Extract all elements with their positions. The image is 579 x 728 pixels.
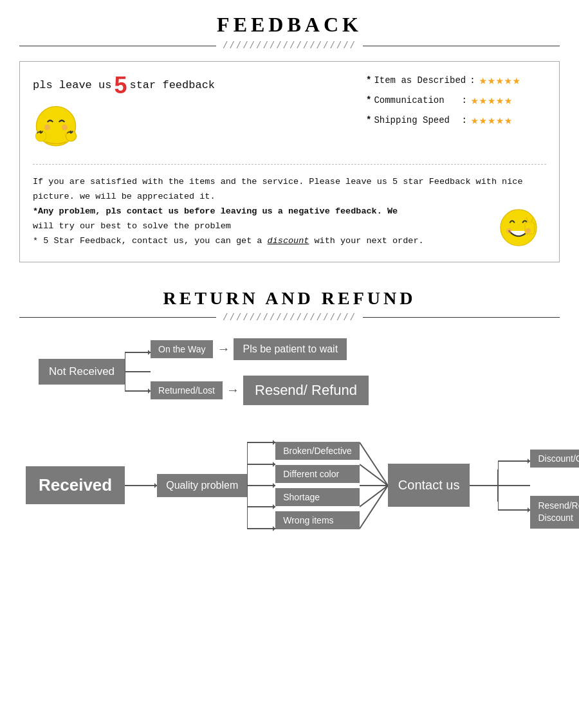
feedback-divider: //////////////////// [19,41,560,51]
refund-divider-slashes: //////////////////// [223,313,356,323]
feedback-top: pls leave us5star feedback [33,72,546,165]
on-the-way-row: On the Way → Pls be patient to wait [151,338,369,360]
feedback-line5: * 5 Star Feedback, contact us, you can g… [33,234,546,249]
svg-marker-18 [148,350,151,355]
feedback-line1: If you are satisfied with the items and … [33,175,546,190]
svg-point-13 [526,228,531,233]
received-row: Received Quality problem [26,431,560,540]
divider-line-right [363,46,560,46]
resend-refund-discount-box: Resend/Refund/ Discount [530,496,579,529]
rating-row-1: * Item as Described : ★★★★★ [366,72,546,88]
resend-refund-box: Resend/ Refund [243,376,369,405]
quality-fork [247,431,275,540]
refund-divider: //////////////////// [19,313,560,323]
refund-divider-right [363,317,560,318]
arrow-1: → [217,341,230,356]
svg-line-36 [360,486,388,507]
svg-marker-30 [273,483,275,488]
contact-us-box: Contact us [388,464,470,507]
refund-divider-left [19,317,216,318]
outcome-boxes: Discount/Gifts Resend/Refund/ Discount [498,447,560,524]
feedback-line4: will try our best to solve the problem [33,219,546,234]
quality-problem-box: Quality problem [157,474,247,497]
contact-fork [470,453,498,518]
discount-gifts-box: Discount/Gifts [530,450,579,468]
quality-items: Broken/Defective Different color Shortag… [275,442,360,529]
not-received-branches: On the Way → Pls be patient to wait Retu… [151,338,369,405]
pls-leave-text: pls leave us5star feedback [33,72,215,99]
arrow-2: → [226,383,239,397]
returned-lost-row: Returned/Lost → Resend/ Refund [151,376,369,405]
not-received-row: Not Received On the Way [39,338,560,405]
svg-marker-21 [154,483,157,488]
svg-marker-29 [273,462,275,467]
rating-row-2: * Communication : ★★★★★ [366,92,546,108]
svg-marker-32 [273,526,275,531]
not-received-flow: Not Received On the Way [39,338,560,405]
feedback-title: FEEDBACK [19,13,560,37]
rating-row-3: * Shipping Speed : ★★★★★ [366,112,546,128]
pls-patient-box: Pls be patient to wait [234,338,347,360]
received-flow: Received Quality problem [26,431,560,540]
feedback-line2: picture. we will be appreciated it. [33,190,546,205]
fork-lines-not-received [125,343,151,400]
svg-point-2 [62,125,68,131]
refund-title: RETURN AND REFUND [19,288,560,309]
feedback-ratings: * Item as Described : ★★★★★ * Communicat… [366,72,546,128]
svg-line-37 [360,486,388,529]
svg-point-12 [506,228,511,233]
divider-slashes: //////////////////// [223,41,356,51]
svg-marker-28 [273,440,275,445]
svg-marker-31 [273,504,275,509]
shortage-box: Shortage [275,488,360,506]
different-color-box: Different color [275,465,360,483]
feedback-left-col: pls leave us5star feedback [33,72,215,154]
not-received-box: Not Received [39,359,125,385]
broken-defective-box: Broken/Defective [275,442,360,460]
returned-lost-box: Returned/Lost [151,381,223,399]
divider-line-left [19,46,216,46]
feedback-body-text: If you are satisfied with the items and … [33,175,546,249]
sleepy-emoji-icon [33,104,79,150]
svg-line-34 [360,464,388,486]
received-fork-1 [125,473,157,498]
received-box: Received [26,466,125,504]
svg-point-1 [44,125,50,131]
happy-emoji-icon [497,206,540,249]
feedback-section: FEEDBACK //////////////////// pls leave … [0,0,579,282]
on-the-way-box: On the Way [151,340,213,358]
svg-line-33 [360,442,388,486]
feedback-box: pls leave us5star feedback [19,61,560,262]
items-to-contact-fork [360,431,388,540]
svg-marker-19 [148,388,151,394]
wrong-items-box: Wrong items [275,511,360,529]
refund-section: RETURN AND REFUND //////////////////// N… [0,282,579,560]
feedback-line3: *Any problem, pls contact us before leav… [33,205,546,219]
